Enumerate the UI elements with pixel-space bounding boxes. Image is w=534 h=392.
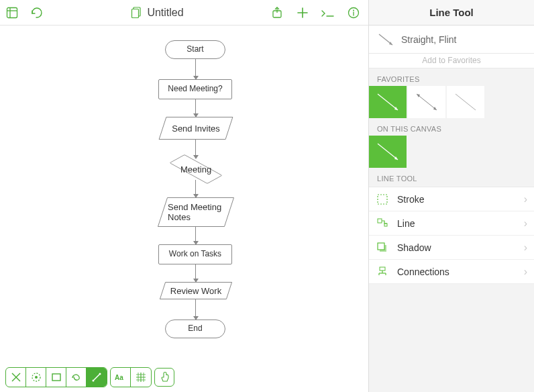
svg-rect-42 [378,243,384,250]
node-label: Meeting [180,164,211,175]
tool-group [5,367,107,387]
inspector-title-label: Line Tool [429,7,474,18]
arrow [195,299,196,320]
svg-line-36 [378,144,398,160]
add-to-favorites-label: Add to Favorites [422,56,480,65]
documents-icon[interactable] [129,6,143,19]
node-label: Send Meeting Notes [168,202,224,222]
touch-tool[interactable] [154,368,174,387]
text-tool[interactable]: Aa [111,368,131,387]
info-icon[interactable] [347,6,360,19]
arrow [195,227,196,244]
share-icon[interactable] [270,6,284,19]
chevron-right-icon: › [524,193,527,205]
svg-marker-31 [394,107,398,110]
arrow [195,140,196,158]
arrow [195,59,196,79]
svg-marker-34 [417,94,420,97]
option-line[interactable]: Line › [369,211,534,236]
favorite-swatch[interactable] [447,86,484,118]
option-label: Connections [397,266,449,277]
node-start[interactable]: Start [165,40,225,59]
option-label: Stroke [397,194,424,205]
line-tool[interactable] [87,368,107,387]
svg-line-30 [378,94,398,110]
option-shadow[interactable]: Shadow › [369,236,534,260]
svg-point-11 [353,9,354,11]
line-style-icon [374,140,402,164]
node-label: Start [186,45,203,54]
svg-rect-39 [378,219,382,223]
add-to-favorites-button[interactable]: Add to Favorites [369,54,534,68]
selected-style-row[interactable]: Straight, Flint [369,26,534,54]
favorites-section-label: FAVORITES [369,68,534,86]
inspector-title: Line Tool [369,0,534,26]
option-connections[interactable]: Connections › [369,260,534,284]
canvas-style-swatch[interactable] [369,136,407,168]
svg-line-32 [417,94,437,110]
inspector-pane: Line Tool Straight, Flint Add to Favorit… [369,0,534,392]
svg-point-16 [35,376,38,379]
node-review-work[interactable]: Review Work [162,282,229,299]
freehand-tool[interactable] [66,368,87,387]
node-work-tasks[interactable]: Work on Tasks [158,244,232,264]
svg-text:Aa: Aa [115,374,123,381]
line-preview-icon [377,32,394,47]
stroke-icon [376,193,389,206]
main-pane: Untitled Start Need Meeting? Send Invite… [0,0,369,392]
shape-tool[interactable] [26,368,46,387]
bottom-toolbar: Aa [0,362,368,392]
run-icon[interactable] [321,6,335,19]
undo-icon[interactable] [30,6,43,19]
favorite-swatch[interactable] [369,86,407,118]
node-send-notes[interactable]: Send Meeting Notes [162,197,229,227]
arrow [195,99,196,117]
favorites-swatches [369,86,534,118]
options-section-label: LINE TOOL [369,168,534,185]
on-canvas-swatches [369,136,534,168]
node-label: Need Meeting? [168,85,222,94]
svg-marker-33 [433,107,437,110]
favorite-swatch[interactable] [408,86,445,118]
node-send-invites[interactable]: Send Invites [162,117,229,140]
option-label: Shadow [397,242,431,253]
add-icon[interactable] [296,6,309,19]
svg-rect-0 [7,7,17,17]
panel-toggle-icon[interactable] [5,6,19,19]
svg-line-35 [456,94,476,110]
top-toolbar: Untitled [0,0,368,26]
svg-rect-40 [384,224,387,226]
node-label: Send Invites [172,124,220,134]
svg-rect-4 [131,9,138,18]
tool-group-2: Aa [110,367,152,387]
svg-rect-17 [52,374,60,381]
grid-tool[interactable] [131,368,151,387]
svg-rect-43 [380,267,385,271]
document-title[interactable]: Untitled [147,7,183,19]
node-need-meeting[interactable]: Need Meeting? [158,79,232,99]
line-icon [376,217,389,230]
selected-style-label: Straight, Flint [401,34,456,45]
option-label: Line [397,218,415,229]
line-tool-options: Stroke › Line › Shadow › Connections › [369,187,534,284]
line-style-icon [413,90,441,114]
chevron-right-icon: › [524,242,527,254]
selection-tool[interactable] [6,368,26,387]
chevron-right-icon: › [524,266,527,278]
svg-marker-37 [394,156,398,160]
arrow [195,180,196,197]
shadow-icon [376,241,389,254]
svg-rect-38 [378,195,387,204]
line-style-icon [451,90,480,114]
node-end[interactable]: End [165,320,225,338]
on-canvas-section-label: ON THIS CANVAS [369,118,534,136]
option-stroke[interactable]: Stroke › [369,187,534,211]
arrow [195,264,196,282]
node-label: Review Work [170,286,221,296]
rect-tool[interactable] [46,368,66,387]
node-meeting[interactable]: Meeting [169,158,223,180]
svg-line-20 [94,375,99,380]
node-label: End [188,324,202,334]
connections-icon [376,265,389,279]
canvas[interactable]: Start Need Meeting? Send Invites Meeting… [0,26,368,362]
